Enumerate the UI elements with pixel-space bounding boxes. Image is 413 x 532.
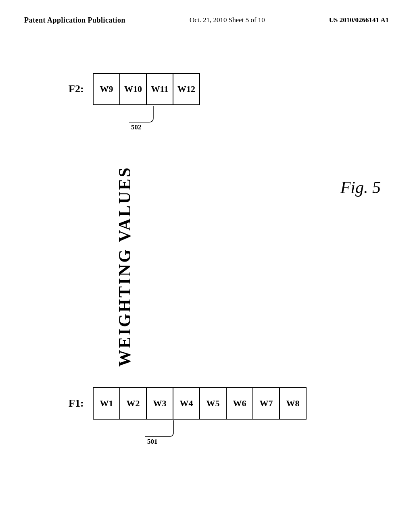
f1-label: F1: bbox=[69, 397, 84, 409]
bracket-501-svg: 501 bbox=[141, 420, 230, 457]
f2-box-w12: W12 bbox=[173, 73, 200, 105]
f2-boxes: W9 W10 W11 W12 bbox=[93, 73, 200, 105]
f1-box-w4: W4 bbox=[173, 387, 200, 420]
f1-box-w5: W5 bbox=[199, 387, 227, 420]
f2-box-w9: W9 bbox=[93, 73, 120, 105]
f1-box-w7: W7 bbox=[252, 387, 280, 420]
bracket-502-svg: 502 bbox=[125, 106, 206, 142]
patent-number: US 2010/0266141 A1 bbox=[329, 16, 389, 24]
f1-box-w2: W2 bbox=[119, 387, 147, 420]
svg-text:502: 502 bbox=[131, 123, 142, 131]
f1-box-w6: W6 bbox=[226, 387, 253, 420]
f1-box-w1: W1 bbox=[93, 387, 120, 420]
f1-box-w8: W8 bbox=[279, 387, 307, 420]
f2-section: F2: W9 W10 W11 W12 502 bbox=[93, 73, 200, 105]
f2-label: F2: bbox=[69, 83, 84, 95]
weighting-values-label: WEIGHTING VALUES bbox=[115, 166, 134, 367]
main-content: WEIGHTING VALUES F2: W9 W10 W11 W12 502 … bbox=[0, 25, 413, 508]
f2-box-w11: W11 bbox=[146, 73, 173, 105]
f2-box-w10: W10 bbox=[119, 73, 147, 105]
f1-section: F1: W1 W2 W3 W4 W5 W6 W7 W8 501 bbox=[93, 387, 307, 420]
svg-text:501: 501 bbox=[147, 438, 158, 445]
f1-boxes: W1 W2 W3 W4 W5 W6 W7 W8 bbox=[93, 387, 307, 420]
page-header: Patent Application Publication Oct. 21, … bbox=[0, 0, 413, 25]
figure-label: Fig. 5 bbox=[340, 178, 381, 197]
sheet-info: Oct. 21, 2010 Sheet 5 of 10 bbox=[190, 16, 265, 24]
publication-label: Patent Application Publication bbox=[24, 16, 125, 25]
f1-box-w3: W3 bbox=[146, 387, 173, 420]
